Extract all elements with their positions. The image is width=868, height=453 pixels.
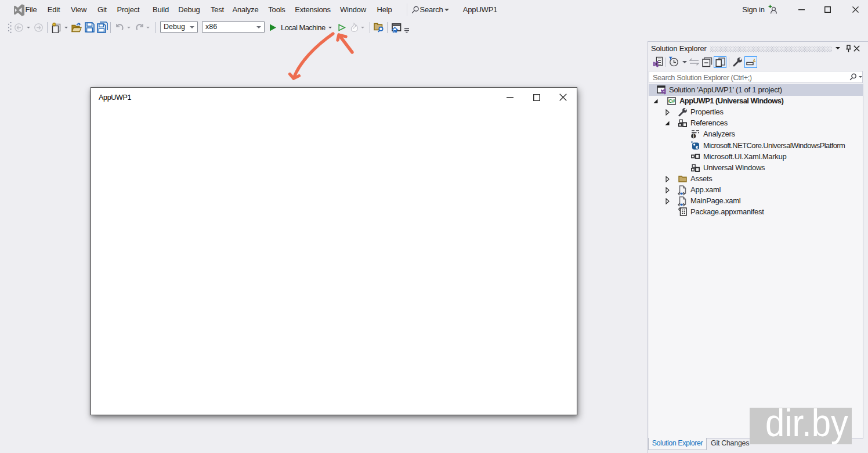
svg-text:C#: C# xyxy=(668,98,675,104)
svg-text:i: i xyxy=(693,134,694,139)
